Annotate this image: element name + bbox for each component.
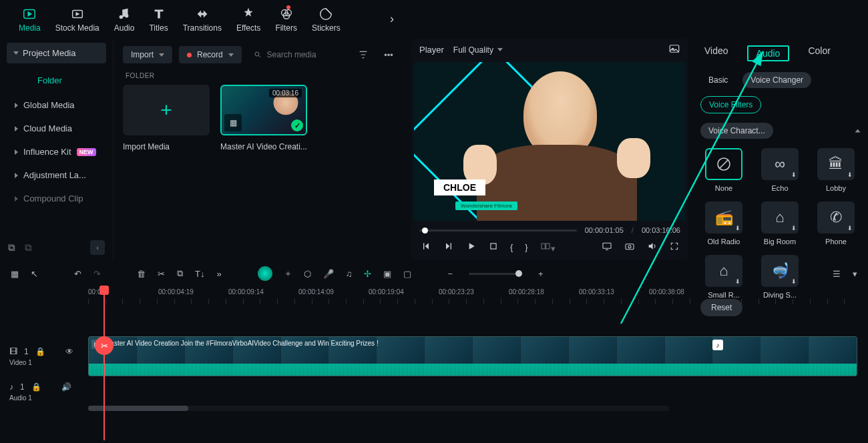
chip-voice-filters[interactable]: Voice Filters bbox=[700, 96, 761, 113]
progress-bar[interactable] bbox=[419, 230, 577, 232]
zoom-slider[interactable] bbox=[469, 273, 522, 275]
subtab-basic[interactable]: Basic bbox=[700, 72, 736, 88]
tab-titles[interactable]: Titles bbox=[149, 7, 168, 33]
playhead[interactable]: ✂ bbox=[103, 287, 105, 440]
more-icon[interactable]: ••• bbox=[379, 45, 398, 64]
lock-icon[interactable]: 🔒 bbox=[35, 347, 45, 356]
tab-audio[interactable]: Audio bbox=[114, 7, 135, 33]
sidebar-item-cloud-media[interactable]: Cloud Media bbox=[0, 117, 113, 140]
chevron-right-icon bbox=[15, 173, 18, 178]
inspector-tab-color[interactable]: Color bbox=[808, 45, 830, 61]
new-bin-icon[interactable]: ⧉ bbox=[25, 242, 32, 254]
chevron-right-icon bbox=[15, 103, 18, 108]
fx-lobby[interactable]: 🏛⬇Lobby bbox=[813, 148, 859, 192]
compare-icon[interactable]: ▾ bbox=[540, 241, 556, 254]
mic-icon[interactable]: 🎤 bbox=[323, 269, 334, 279]
video-preview[interactable]: CHLOE Wondershare Filmora bbox=[414, 62, 686, 221]
tab-transitions[interactable]: Transitions bbox=[183, 7, 222, 33]
prev-frame-icon[interactable] bbox=[421, 241, 431, 254]
subtab-voice-changer[interactable]: Voice Changer bbox=[742, 72, 811, 88]
fx-phone[interactable]: ✆⬇Phone bbox=[813, 201, 859, 246]
mark-in-icon[interactable]: { bbox=[510, 242, 513, 252]
playhead-grip[interactable] bbox=[99, 286, 109, 295]
timeline-scrollbar[interactable] bbox=[88, 406, 669, 411]
speaker-icon[interactable]: 🔊 bbox=[61, 382, 71, 392]
eye-icon[interactable]: 👁 bbox=[65, 347, 73, 356]
svg-point-2 bbox=[120, 15, 124, 19]
frame-icon[interactable]: ▢ bbox=[403, 269, 411, 279]
fx-old-radio[interactable]: 📻⬇Old Radio bbox=[700, 201, 747, 246]
zoom-in-icon[interactable]: + bbox=[538, 269, 544, 279]
sidebar-item-global-media[interactable]: Global Media bbox=[0, 93, 113, 117]
dropdown-icon[interactable]: ▾ bbox=[853, 269, 857, 279]
crop2-icon[interactable]: ▣ bbox=[383, 269, 391, 279]
inspector-tab-audio[interactable]: Audio bbox=[747, 45, 790, 61]
snapshot-icon[interactable] bbox=[668, 43, 680, 57]
tab-media[interactable]: Media bbox=[19, 7, 41, 33]
tab-stickers[interactable]: Stickers bbox=[312, 7, 341, 33]
tab-effects[interactable]: Effects bbox=[236, 7, 260, 33]
music-icon[interactable]: ♫ bbox=[346, 269, 353, 279]
pointer-icon[interactable]: ↖ bbox=[31, 269, 38, 279]
undo-icon[interactable]: ↶ bbox=[74, 269, 81, 279]
cut-icon[interactable]: ✂ bbox=[158, 269, 165, 279]
next-frame-icon[interactable] bbox=[443, 241, 454, 254]
lock-icon[interactable]: 🔒 bbox=[31, 382, 41, 392]
sparkle-icon[interactable]: ✦ bbox=[284, 269, 292, 279]
chip-voice-characters[interactable]: Voice Charact... bbox=[700, 123, 773, 139]
tab-label: Audio bbox=[114, 23, 135, 33]
progress-thumb[interactable] bbox=[422, 228, 428, 234]
search-input[interactable] bbox=[267, 50, 342, 59]
import-media-card[interactable]: + Import Media bbox=[123, 85, 210, 151]
audio-track-header[interactable]: ♪1🔒🔊 Audio 1 bbox=[0, 382, 88, 402]
mark-out-icon[interactable]: } bbox=[525, 242, 527, 252]
media-browser: Import Record ••• FOLDER + Import Media bbox=[114, 39, 407, 260]
fx-echo[interactable]: ∞⬇Echo bbox=[756, 148, 803, 192]
shield-icon[interactable]: ⬡ bbox=[304, 269, 311, 279]
tab-label: Titles bbox=[149, 23, 168, 33]
quality-dropdown[interactable]: Full Quality bbox=[453, 45, 503, 55]
grid-icon[interactable]: ▦ bbox=[11, 269, 19, 279]
play-icon[interactable] bbox=[466, 241, 477, 254]
crop-icon[interactable]: ⧉ bbox=[177, 268, 183, 279]
media-clip-card[interactable]: ▦ 00:03:16 ✓ Master AI Video Creati... bbox=[220, 85, 307, 151]
collapse-sidebar-icon[interactable]: ‹ bbox=[90, 240, 105, 255]
fx-big-room[interactable]: ⌂⬇Big Room bbox=[756, 201, 803, 246]
import-dropdown[interactable]: Import bbox=[123, 46, 172, 63]
sidebar-item-influence-kit[interactable]: Influence KitNEW bbox=[0, 140, 113, 163]
clip-thumbnail: ▦ 00:03:16 ✓ bbox=[220, 85, 307, 135]
sidebar-item-adjustment-layer[interactable]: Adjustment La... bbox=[0, 163, 113, 187]
stop-icon[interactable] bbox=[489, 242, 498, 253]
new-badge: NEW bbox=[77, 148, 96, 156]
search-media[interactable] bbox=[248, 46, 347, 63]
project-media-header[interactable]: Project Media bbox=[7, 43, 106, 63]
sidebar-item-compound-clip[interactable]: Compound Clip bbox=[0, 187, 113, 210]
svg-point-15 bbox=[628, 246, 631, 248]
tab-filters[interactable]: Filters bbox=[275, 7, 297, 33]
chevron-up-icon[interactable] bbox=[855, 129, 861, 133]
marker-icon[interactable]: ✢ bbox=[364, 269, 371, 279]
text-icon[interactable]: T↓ bbox=[195, 269, 204, 279]
zoom-thumb[interactable] bbox=[515, 270, 522, 277]
video-clip[interactable]: ▶ Master AI Video Creation Join the #Fil… bbox=[88, 336, 857, 376]
fullscreen-icon[interactable] bbox=[670, 242, 679, 253]
ai-icon[interactable] bbox=[258, 266, 272, 281]
display-icon[interactable] bbox=[602, 241, 612, 254]
fx-none[interactable]: None bbox=[700, 148, 747, 192]
scissors-icon[interactable]: ✂ bbox=[95, 336, 114, 355]
tab-stock-media[interactable]: Stock Media bbox=[55, 7, 99, 33]
next-icon[interactable]: › bbox=[390, 12, 394, 26]
record-dropdown[interactable]: Record bbox=[179, 46, 242, 63]
folder-link[interactable]: Folder bbox=[0, 67, 113, 93]
inspector-tab-video[interactable]: Video bbox=[704, 45, 728, 61]
list-icon[interactable]: ☰ bbox=[833, 269, 841, 279]
camera-icon[interactable] bbox=[624, 241, 635, 254]
volume-icon[interactable] bbox=[647, 241, 658, 254]
redo-icon[interactable]: ↷ bbox=[93, 269, 101, 279]
more-tools-icon[interactable]: » bbox=[216, 269, 221, 279]
new-folder-icon[interactable]: ⧉ bbox=[8, 242, 15, 254]
video-track-header[interactable]: 🎞1🔒👁 Video 1 bbox=[0, 347, 88, 366]
filter-icon[interactable] bbox=[354, 45, 373, 64]
delete-icon[interactable]: 🗑 bbox=[137, 269, 146, 279]
zoom-out-icon[interactable]: − bbox=[447, 269, 453, 279]
